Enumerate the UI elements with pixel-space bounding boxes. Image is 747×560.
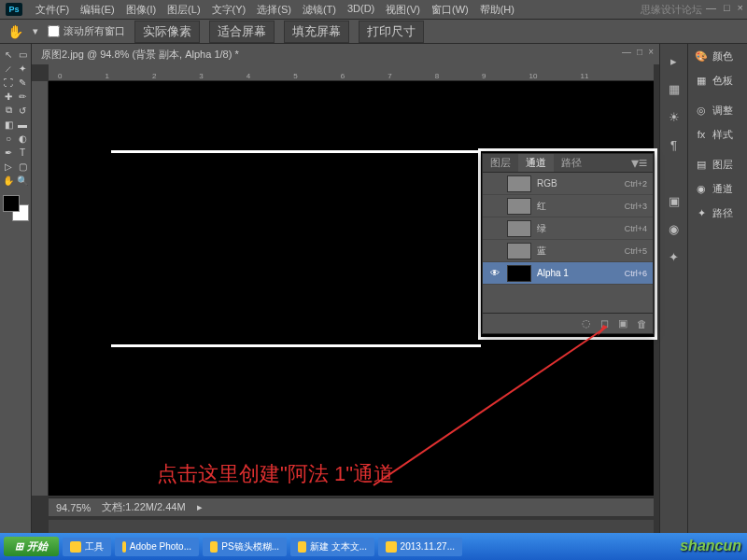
fit-screen-button[interactable]: 适合屏幕 — [209, 21, 275, 43]
channel-thumbnail — [507, 175, 531, 192]
options-bar: ✋ ▾ 滚动所有窗口 实际像素 适合屏幕 填充屏幕 打印尺寸 — [0, 20, 747, 44]
channel-row[interactable]: RGB Ctrl+2 — [483, 173, 653, 195]
panel-icon: fx — [694, 127, 709, 142]
lasso-tool[interactable]: ⟋ — [2, 62, 15, 75]
type-tool[interactable]: T — [16, 146, 29, 159]
channel-thumbnail — [507, 243, 531, 259]
channel-row[interactable]: 红 Ctrl+3 — [483, 195, 653, 217]
start-button[interactable]: ⊞ 开始 — [4, 537, 59, 556]
print-size-button[interactable]: 打印尺寸 — [359, 21, 424, 43]
clone-tool[interactable]: ⧉ — [2, 104, 15, 117]
foreground-color-swatch[interactable] — [3, 195, 20, 212]
panel-tab[interactable]: ▦色板 — [688, 68, 747, 92]
panel-tabs: 图层 通道 路径 ▾≡ — [483, 154, 653, 173]
panel-tab[interactable]: ◉通道 — [688, 176, 747, 201]
tab-paths[interactable]: 路径 — [554, 154, 589, 172]
menu-item[interactable]: 滤镜(T) — [297, 3, 342, 17]
svg-line-0 — [374, 327, 607, 485]
menu-item[interactable]: 图层(L) — [162, 3, 205, 17]
dodge-tool[interactable]: ◐ — [16, 132, 29, 145]
panel-tab[interactable]: fx样式 — [688, 122, 747, 147]
taskbar-item[interactable]: 新建 文本文... — [290, 538, 374, 556]
dropdown-arrow-icon[interactable]: ▾ — [33, 25, 38, 37]
color-swatches[interactable] — [3, 195, 29, 221]
scroll-all-checkbox[interactable]: 滚动所有窗口 — [48, 24, 125, 38]
doc-close[interactable]: × — [648, 47, 654, 57]
hand-tool[interactable]: ✋ — [2, 174, 15, 187]
channel-thumbnail — [507, 265, 531, 282]
document-tab[interactable]: 原图2.jpg @ 94.8% (背景 副本, Alpha 1/8) * — [32, 44, 659, 64]
tab-channels[interactable]: 通道 — [518, 154, 554, 172]
swatches-icon[interactable]: ▦ — [665, 79, 684, 98]
panel-menu-icon[interactable]: ▾≡ — [626, 154, 653, 172]
brightness-icon[interactable]: ☀ — [665, 107, 684, 126]
paragraph-icon[interactable]: ¶ — [665, 135, 684, 154]
brush-tool[interactable]: ✏ — [16, 90, 29, 103]
menu-item[interactable]: 帮助(H) — [474, 3, 520, 17]
taskbar-item[interactable]: Adobe Photo... — [115, 538, 199, 556]
blur-tool[interactable]: ○ — [2, 132, 15, 145]
history-brush-tool[interactable]: ↺ — [16, 104, 29, 117]
taskbar-app-icon — [70, 541, 81, 553]
panel-tab[interactable]: ▤图层 — [688, 152, 747, 176]
menu-item[interactable]: 视图(V) — [380, 3, 426, 17]
photoshop-window: Ps 文件(F)编辑(E)图像(I)图层(L)文字(Y)选择(S)滤镜(T)3D… — [0, 0, 747, 533]
channel-row[interactable]: 蓝 Ctrl+5 — [483, 240, 653, 262]
window-controls: — □ × — [706, 2, 743, 13]
menu-item[interactable]: 图像(I) — [120, 3, 162, 17]
channel-name: 红 — [537, 200, 619, 213]
windows-taskbar: ⊞ 开始 工具Adobe Photo...PS镜头模糊...新建 文本文...2… — [0, 533, 747, 560]
visibility-toggle[interactable]: 👁 — [488, 268, 501, 278]
horizontal-scrollbar[interactable] — [49, 520, 654, 533]
menu-item[interactable]: 3D(D) — [342, 3, 380, 17]
delete-channel-icon[interactable]: 🗑 — [637, 318, 647, 329]
move-tool[interactable]: ↖ — [2, 48, 15, 61]
eraser-tool[interactable]: ◧ — [2, 118, 15, 131]
collapsed-panels-sash: ▸ ▦ ☀ ¶ ▣ ◉ ✦ — [659, 44, 687, 533]
eyedropper-tool[interactable]: ✎ — [16, 76, 29, 89]
windows-logo-icon: ⊞ — [15, 540, 23, 553]
marquee-tool[interactable]: ▭ — [16, 48, 29, 61]
gradient-tool[interactable]: ▬ — [16, 118, 29, 131]
pen-tool[interactable]: ✒ — [2, 146, 15, 159]
zoom-tool[interactable]: 🔍 — [16, 174, 29, 187]
menu-item[interactable]: 窗口(W) — [426, 3, 474, 17]
actual-pixels-button[interactable]: 实际像素 — [134, 21, 200, 43]
panel-tab[interactable]: 🎨颜色 — [688, 44, 747, 68]
healing-tool[interactable]: ✚ — [2, 90, 15, 103]
path-select-tool[interactable]: ▷ — [2, 160, 15, 173]
zoom-level[interactable]: 94.75% — [56, 502, 91, 513]
channel-row[interactable]: 绿 Ctrl+4 — [483, 217, 653, 240]
channels-panel: 图层 通道 路径 ▾≡ RGB Ctrl+2 红 Ctrl+3 绿 Ctrl+4… — [482, 153, 654, 334]
menu-item[interactable]: 选择(S) — [251, 3, 297, 17]
panel-tab[interactable]: ✦路径 — [688, 201, 747, 225]
fill-screen-button[interactable]: 填充屏幕 — [284, 21, 349, 43]
info-arrow-icon[interactable]: ▸ — [197, 501, 203, 513]
paths-sash-icon[interactable]: ✦ — [665, 247, 684, 266]
channel-name: RGB — [537, 178, 619, 189]
vertical-ruler — [32, 81, 49, 496]
taskbar-item[interactable]: 工具 — [63, 538, 111, 556]
taskbar-app-icon — [210, 541, 218, 553]
minimize-button[interactable]: — — [706, 2, 716, 13]
doc-maximize[interactable]: □ — [637, 47, 642, 57]
taskbar-item[interactable]: PS镜头模糊... — [203, 538, 287, 556]
crop-tool[interactable]: ⛶ — [2, 76, 15, 89]
doc-minimize[interactable]: — — [622, 47, 631, 57]
file-info: 文档:1.22M/2.44M — [102, 500, 185, 514]
wand-tool[interactable]: ✦ — [16, 62, 29, 75]
taskbar-app-icon — [122, 541, 126, 553]
menu-item[interactable]: 编辑(E) — [75, 3, 120, 17]
menu-item[interactable]: 文件(F) — [30, 3, 75, 17]
maximize-button[interactable]: □ — [724, 2, 730, 13]
channels-sash-icon[interactable]: ◉ — [665, 219, 684, 238]
shape-tool[interactable]: ▢ — [16, 160, 29, 173]
layers-sash-icon[interactable]: ▣ — [665, 191, 684, 210]
history-icon[interactable]: ▸ — [665, 51, 684, 70]
tab-layers[interactable]: 图层 — [483, 154, 518, 172]
channel-row[interactable]: 👁 Alpha 1 Ctrl+6 — [483, 262, 653, 285]
menu-item[interactable]: 文字(Y) — [206, 3, 252, 17]
panel-tab[interactable]: ◎调整 — [688, 98, 747, 122]
close-button[interactable]: × — [738, 2, 743, 13]
taskbar-item[interactable]: 2013.11.27... — [378, 538, 462, 556]
